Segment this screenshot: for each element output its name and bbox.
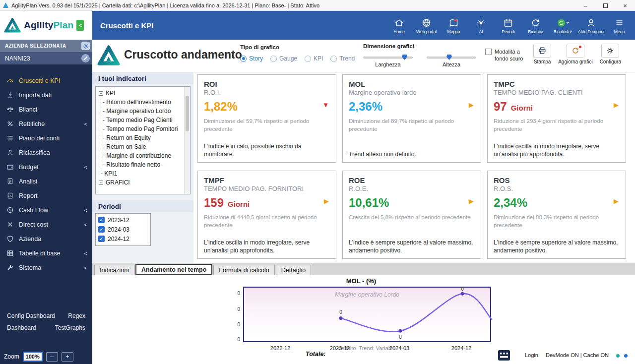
tree-leaf-margine-di-contribuzione[interactable]: Margine di contribuzione <box>103 151 183 160</box>
status-dot-teal[interactable] <box>616 354 620 358</box>
width-slider-handle[interactable] <box>402 55 407 60</box>
zoom-in-button[interactable]: + <box>62 352 73 362</box>
radio-kpi[interactable]: KPI <box>305 55 323 62</box>
chevron-icon: < <box>84 250 87 256</box>
maximize-icon <box>603 3 608 8</box>
status-dot-blue[interactable] <box>624 354 628 358</box>
close-button[interactable]: × <box>615 0 635 11</box>
period-2023-12[interactable]: 2023-12 <box>98 215 148 225</box>
tree-leaf-tempo-medio-pag-fornitori[interactable]: Tempo medio Pag Fornitori <box>103 124 183 133</box>
link-testgraphs[interactable]: TestGraphs <box>55 324 85 331</box>
nav-ai[interactable]: AI <box>467 12 495 39</box>
refresh-charts-button[interactable]: Aggiorna grafici <box>558 44 592 64</box>
nav-web-portal[interactable]: Web portal <box>413 12 440 39</box>
sidebar-item-cash-flow[interactable]: $ Cash Flow < <box>0 203 92 217</box>
sidebar-item-tabelle-di-base[interactable]: Tabelle di base < <box>0 246 92 260</box>
checkbox-checked-icon[interactable] <box>98 236 105 242</box>
link-config-dashboard[interactable]: Config Dashboard <box>7 312 55 319</box>
nav-mappa[interactable]: Mappa <box>440 12 467 39</box>
tree-node-grafici[interactable]: GRAFICI <box>99 178 183 187</box>
print-button[interactable]: Stampa <box>533 44 551 64</box>
svg-text:0: 0 <box>339 309 342 315</box>
configure-button[interactable]: Configura <box>600 44 621 64</box>
tree-node-label: KPI1 <box>104 170 117 177</box>
tree-leaf-ritorno-investimento[interactable]: Ritorno dell'investimento <box>103 98 183 107</box>
tree-leaf-margine-operativo-lordo[interactable]: Margine operativo Lordo <box>103 107 183 116</box>
kpi-code: ROS <box>494 176 620 184</box>
zoom-value[interactable]: 100% <box>23 352 43 362</box>
sidebar-item-cruscotti-e-kpi[interactable]: Cruscotti e KPI <box>0 73 92 88</box>
tree-node-kpi[interactable]: KPI <box>99 89 183 98</box>
kpi-card-mol[interactable]: MOL Margine operativo lordo 2,36%▶ Dimin… <box>342 74 481 163</box>
nav-periodi[interactable]: Periodi <box>495 12 522 39</box>
nav-ricarica[interactable]: Ricarica <box>522 12 549 39</box>
nav-ricalcola[interactable]: Ricalcola* <box>549 12 576 39</box>
nav-user[interactable]: Aldo Pomponi <box>576 12 606 39</box>
kpi-card-tmpc[interactable]: TMPC TEMPO MEDIO PAG. CLIENTI 97Giorni▶ … <box>487 74 626 163</box>
indicators-title: I tuoi indicatori <box>92 72 193 84</box>
nav-menu[interactable]: Menu <box>606 12 633 39</box>
kpi-note: L'indice è sempre superiore al valore ma… <box>494 239 620 254</box>
company-settings-button[interactable] <box>81 42 90 50</box>
maximize-button[interactable] <box>595 0 615 11</box>
kpi-delta: Riduzione di 4440,5 giorni rispetto al p… <box>204 213 328 229</box>
tree-scrollbar[interactable] <box>184 87 190 194</box>
height-slider-handle[interactable] <box>446 55 452 60</box>
checkbox-checked-icon[interactable] <box>98 217 105 223</box>
zoom-out-button[interactable]: – <box>46 352 58 362</box>
kpi-name: TEMPO MEDIO PAG. FORNITORI <box>204 185 330 192</box>
radio-trend[interactable]: Trend <box>330 55 355 62</box>
trend-flat-icon: ▶ <box>469 101 474 109</box>
radio-story[interactable]: Story <box>240 55 263 62</box>
kpi-card-tmpf[interactable]: TMPF TEMPO MEDIO PAG. FORNITORI 159Giorn… <box>197 171 336 259</box>
radio-gauge[interactable]: Gauge <box>270 55 297 62</box>
sidebar-item-report[interactable]: Report <box>0 188 92 203</box>
kpi-card-roe[interactable]: ROE R.O.E. 10,61%▶ Crescita del 5,8% ris… <box>342 171 481 259</box>
edit-company-button[interactable] <box>81 54 90 62</box>
tree-leaf-return-on-equity[interactable]: Return on Equity <box>103 133 183 142</box>
height-slider: Altezza <box>427 53 476 67</box>
map-icon <box>448 18 459 28</box>
company-name: NANNI23 <box>5 55 30 62</box>
sidebar-item-budget[interactable]: Budget < <box>0 160 92 174</box>
nav-home[interactable]: Home <box>385 12 413 39</box>
link-regex[interactable]: Regex <box>68 312 85 319</box>
sidebar-item-sistema[interactable]: Sistema < <box>0 260 92 275</box>
tree-leaf-tempo-medio-pag-clienti[interactable]: Tempo medio Pag Clienti <box>103 116 183 124</box>
sidebar-item-importa-dati[interactable]: Importa dati <box>0 88 92 102</box>
period-2024-03[interactable]: 2024-03 <box>98 225 148 234</box>
agilityplan-logo-icon <box>4 17 21 33</box>
sidebar-item-label: Rettifiche <box>19 121 45 127</box>
sidebar-item-riclassifica[interactable]: Riclassifica <box>0 145 92 160</box>
sidebar-item-bilanci[interactable]: Bilanci <box>0 102 92 117</box>
sidebar-item-analisi[interactable]: Analisi <box>0 174 92 188</box>
tab-formula-di-calcolo[interactable]: Formula di calcolo <box>213 265 274 275</box>
kpi-card-ros[interactable]: ROS R.O.S. 2,34%▶ Diminuzione del 88,3% … <box>487 171 626 259</box>
sidebar-item-piano-dei-conti[interactable]: Piano dei conti <box>0 131 92 145</box>
collapse-node-icon[interactable] <box>99 91 103 96</box>
kpi-card-roi[interactable]: ROI R.O.I. 1,82%▼ Diminuzione del 59,7% … <box>197 74 336 163</box>
minimize-button[interactable]: – <box>575 0 595 11</box>
sidebar-item-direct-cost[interactable]: Direct cost < <box>0 217 92 232</box>
tab-indicazioni[interactable]: Indicazioni <box>94 265 134 275</box>
dark-mode-checkbox[interactable] <box>485 49 492 55</box>
sidebar-item-rettifiche[interactable]: Rettifiche < <box>0 117 92 131</box>
period-2024-12[interactable]: 2024-12 <box>98 234 148 243</box>
collapse-sidebar-button[interactable]: < <box>76 20 84 31</box>
tree-leaf-risultato-finale-netto[interactable]: Risultato finale netto <box>103 160 183 169</box>
tab-dettaglio[interactable]: Dettaglio <box>276 265 311 275</box>
expand-node-icon[interactable] <box>99 181 103 185</box>
tab-andamento-nel-tempo[interactable]: Andamento nel tempo <box>135 264 212 275</box>
dashboard-toolbar: Cruscotto andamento Tipo di grafico Stor… <box>92 40 635 72</box>
tree-leaf-return-on-sale[interactable]: Return on Sale <box>103 142 183 151</box>
kpi-delta: Riduzione di 293,4 giorni rispetto al pe… <box>494 117 618 133</box>
printer-icon <box>538 46 547 55</box>
keyboard-grid-icon[interactable] <box>498 350 510 361</box>
nav-label: Home <box>393 29 405 34</box>
login-status[interactable]: Login <box>525 352 538 358</box>
dark-mode-toggle[interactable]: Modalità a fondo scuro <box>485 48 529 62</box>
tree-node-kpi1[interactable]: KPI1 <box>101 169 183 178</box>
sidebar-item-azienda[interactable]: Azienda <box>0 232 92 246</box>
checkbox-checked-icon[interactable] <box>98 226 105 233</box>
link-dashboard[interactable]: Dashboard <box>7 324 36 331</box>
